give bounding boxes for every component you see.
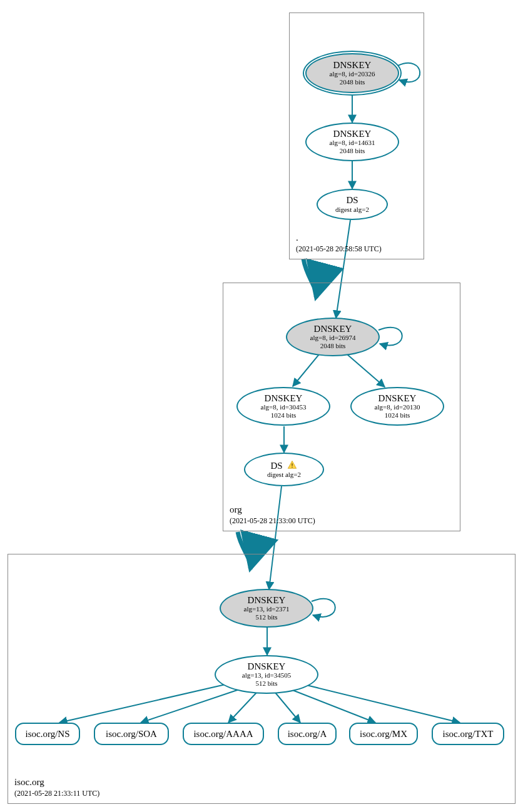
zone-isoc-label: isoc.org (2021-05-28 21:33:11 UTC) [14, 777, 99, 798]
org-ksk-title: DNSKEY [314, 324, 352, 334]
zone-org-label: org (2021-05-28 21:33:00 UTC) [230, 504, 315, 526]
isoc-ksk: DNSKEY alg=13, id=2371 512 bits [220, 589, 313, 628]
root-ds-sub1: digest alg=2 [335, 206, 369, 214]
org-zsk2-sub2: 1024 bits [385, 411, 410, 419]
root-zsk: DNSKEY alg=8, id=14631 2048 bits [305, 123, 399, 161]
rr-soa: isoc.org/SOA [94, 723, 169, 745]
warning-icon [287, 460, 297, 470]
rr-soa-label: isoc.org/SOA [106, 729, 157, 739]
rr-txt-label: isoc.org/TXT [443, 729, 494, 739]
org-ksk-sub1: alg=8, id=26974 [310, 334, 356, 342]
root-ksk: DNSKEY alg=8, id=20326 2048 bits [305, 53, 399, 93]
root-ds-title: DS [346, 195, 358, 206]
zone-org-name: org [230, 504, 315, 515]
zone-isoc-name: isoc.org [14, 777, 99, 788]
root-ds: DS digest alg=2 [317, 189, 388, 220]
org-zsk1-title: DNSKEY [265, 393, 303, 404]
root-zsk-sub2: 2048 bits [340, 147, 365, 155]
org-zsk2-sub1: alg=8, id=20130 [375, 403, 420, 411]
rr-mx: isoc.org/MX [349, 723, 418, 745]
root-ksk-sub1: alg=8, id=20326 [330, 70, 375, 78]
isoc-zsk-sub1: alg=13, id=34505 [242, 671, 291, 679]
rr-ns: isoc.org/NS [15, 723, 80, 745]
org-ds-sub1: digest alg=2 [267, 471, 301, 479]
isoc-zsk-title: DNSKEY [248, 661, 286, 672]
isoc-ksk-sub2: 512 bits [255, 613, 277, 621]
svg-rect-1 [292, 466, 293, 467]
org-zsk2-title: DNSKEY [378, 393, 417, 404]
org-zsk2: DNSKEY alg=8, id=20130 1024 bits [350, 387, 444, 426]
rr-a-label: isoc.org/A [288, 729, 327, 739]
org-ds-title-text: DS [271, 461, 283, 471]
isoc-ksk-sub1: alg=13, id=2371 [244, 605, 290, 613]
zone-root-name: . [296, 233, 382, 243]
root-ksk-sub2: 2048 bits [340, 78, 365, 86]
org-ds: DS digest alg=2 [244, 453, 324, 486]
root-ksk-title: DNSKEY [333, 60, 372, 71]
root-zsk-sub1: alg=8, id=14631 [330, 139, 375, 147]
org-ksk: DNSKEY alg=8, id=26974 2048 bits [286, 318, 380, 356]
isoc-zsk-sub2: 512 bits [255, 679, 277, 688]
rr-ns-label: isoc.org/NS [26, 729, 70, 739]
isoc-zsk: DNSKEY alg=13, id=34505 512 bits [215, 655, 318, 694]
org-ksk-sub2: 2048 bits [320, 342, 346, 350]
org-zsk1-sub1: alg=8, id=30453 [261, 403, 307, 411]
rr-aaaa: isoc.org/AAAA [183, 723, 264, 745]
rr-a: isoc.org/A [278, 723, 337, 745]
zone-isoc-ts: (2021-05-28 21:33:11 UTC) [14, 789, 99, 798]
svg-rect-0 [292, 463, 293, 466]
org-zsk1-sub2: 1024 bits [271, 411, 297, 419]
isoc-ksk-title: DNSKEY [248, 595, 286, 606]
org-zsk1: DNSKEY alg=8, id=30453 1024 bits [236, 387, 330, 426]
zone-root-label: . (2021-05-28 20:58:58 UTC) [296, 233, 382, 254]
rr-mx-label: isoc.org/MX [360, 729, 407, 739]
zone-org-ts: (2021-05-28 21:33:00 UTC) [230, 516, 315, 526]
zone-root-ts: (2021-05-28 20:58:58 UTC) [296, 244, 382, 254]
rr-aaaa-label: isoc.org/AAAA [193, 729, 253, 739]
org-ds-title: DS [271, 460, 298, 471]
rr-txt: isoc.org/TXT [432, 723, 504, 745]
root-zsk-title: DNSKEY [333, 129, 372, 139]
